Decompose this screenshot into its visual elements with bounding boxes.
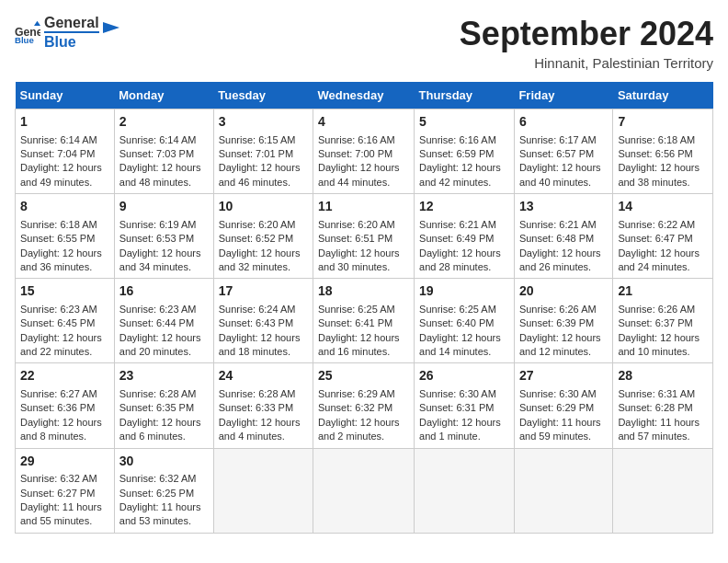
day-number: 3 (219, 113, 308, 132)
sunset-label: Sunset: 6:56 PM (618, 148, 692, 159)
daylight-label: Daylight: 12 hours and 42 minutes. (419, 162, 501, 187)
sunrise-label: Sunrise: 6:20 AM (318, 219, 395, 230)
sunrise-label: Sunrise: 6:26 AM (618, 304, 695, 315)
sunrise-label: Sunrise: 6:32 AM (20, 473, 97, 484)
sunrise-label: Sunrise: 6:14 AM (119, 134, 197, 145)
calendar-cell: 2 Sunrise: 6:14 AM Sunset: 7:03 PM Dayli… (114, 109, 213, 194)
sunrise-label: Sunrise: 6:17 AM (519, 134, 597, 145)
day-number: 11 (318, 198, 409, 216)
week-row-4: 22 Sunrise: 6:27 AM Sunset: 6:36 PM Dayl… (16, 363, 713, 448)
calendar-cell: 5 Sunrise: 6:16 AM Sunset: 6:59 PM Dayli… (415, 109, 515, 194)
sunrise-label: Sunrise: 6:14 AM (20, 134, 97, 145)
calendar-cell: 22 Sunrise: 6:27 AM Sunset: 6:36 PM Dayl… (16, 363, 115, 448)
day-number: 5 (419, 113, 509, 132)
daylight-label: Daylight: 11 hours and 55 minutes. (20, 501, 102, 526)
calendar-cell: 8 Sunrise: 6:18 AM Sunset: 6:55 PM Dayli… (16, 194, 115, 279)
logo-flag-icon (103, 22, 119, 42)
title-area: September 2024 Hinnanit, Palestinian Ter… (460, 15, 713, 71)
col-tuesday: Tuesday (213, 82, 313, 109)
calendar-cell (514, 448, 612, 533)
daylight-label: Daylight: 12 hours and 16 minutes. (318, 332, 400, 357)
calendar-cell: 6 Sunrise: 6:17 AM Sunset: 6:57 PM Dayli… (514, 109, 612, 194)
daylight-label: Daylight: 12 hours and 2 minutes. (318, 417, 400, 442)
col-friday: Friday (514, 82, 612, 109)
day-number: 26 (419, 367, 509, 385)
sunrise-label: Sunrise: 6:24 AM (219, 304, 296, 315)
calendar-cell (613, 448, 713, 533)
day-number: 19 (419, 282, 509, 301)
day-number: 7 (618, 113, 708, 132)
week-row-2: 8 Sunrise: 6:18 AM Sunset: 6:55 PM Dayli… (16, 194, 713, 279)
calendar-cell: 13 Sunrise: 6:21 AM Sunset: 6:48 PM Dayl… (514, 194, 612, 279)
week-row-1: 1 Sunrise: 6:14 AM Sunset: 7:04 PM Dayli… (16, 109, 713, 194)
sunset-label: Sunset: 6:35 PM (119, 402, 194, 413)
calendar-cell (213, 448, 313, 533)
day-number: 13 (519, 198, 608, 216)
day-number: 9 (119, 198, 209, 216)
sunset-label: Sunset: 7:03 PM (119, 148, 194, 159)
sunrise-label: Sunrise: 6:16 AM (318, 134, 395, 145)
sunset-label: Sunset: 6:41 PM (318, 317, 392, 328)
sunset-label: Sunset: 6:29 PM (519, 402, 594, 413)
sunset-label: Sunset: 6:27 PM (20, 488, 95, 499)
sunset-label: Sunset: 6:43 PM (219, 317, 293, 328)
calendar-cell: 17 Sunrise: 6:24 AM Sunset: 6:43 PM Dayl… (213, 279, 313, 363)
sunset-label: Sunset: 6:53 PM (119, 233, 194, 244)
sunset-label: Sunset: 6:47 PM (618, 233, 692, 244)
sunset-label: Sunset: 7:00 PM (318, 148, 392, 159)
sunset-label: Sunset: 6:51 PM (318, 233, 392, 244)
calendar-cell: 26 Sunrise: 6:30 AM Sunset: 6:31 PM Dayl… (415, 363, 515, 448)
sunrise-label: Sunrise: 6:19 AM (119, 219, 197, 230)
calendar-cell: 29 Sunrise: 6:32 AM Sunset: 6:27 PM Dayl… (16, 448, 115, 533)
daylight-label: Daylight: 11 hours and 59 minutes. (519, 417, 601, 442)
sunrise-label: Sunrise: 6:28 AM (219, 388, 296, 399)
calendar-cell: 1 Sunrise: 6:14 AM Sunset: 7:04 PM Dayli… (16, 109, 115, 194)
day-number: 23 (119, 367, 209, 385)
sunrise-label: Sunrise: 6:29 AM (318, 388, 395, 399)
col-sunday: Sunday (16, 82, 115, 109)
daylight-label: Daylight: 12 hours and 44 minutes. (318, 162, 400, 187)
sunrise-label: Sunrise: 6:30 AM (419, 388, 496, 399)
day-number: 4 (318, 113, 409, 132)
day-number: 2 (119, 113, 209, 132)
sunrise-label: Sunrise: 6:27 AM (20, 388, 97, 399)
sunset-label: Sunset: 6:39 PM (519, 317, 594, 328)
calendar-cell: 27 Sunrise: 6:30 AM Sunset: 6:29 PM Dayl… (514, 363, 612, 448)
sunset-label: Sunset: 7:01 PM (219, 148, 293, 159)
header: General Blue General Blue September 2024… (15, 15, 713, 71)
sunrise-label: Sunrise: 6:21 AM (519, 219, 597, 230)
month-title: September 2024 (460, 15, 713, 53)
daylight-label: Daylight: 12 hours and 18 minutes. (219, 332, 301, 357)
day-number: 21 (618, 282, 708, 301)
sunrise-label: Sunrise: 6:20 AM (219, 219, 296, 230)
daylight-label: Daylight: 12 hours and 40 minutes. (519, 162, 601, 187)
daylight-label: Daylight: 12 hours and 30 minutes. (318, 247, 400, 272)
sunset-label: Sunset: 6:37 PM (618, 317, 692, 328)
sunset-label: Sunset: 6:25 PM (119, 488, 194, 499)
calendar-cell: 7 Sunrise: 6:18 AM Sunset: 6:56 PM Dayli… (613, 109, 713, 194)
sunset-label: Sunset: 6:36 PM (20, 402, 95, 413)
calendar-cell: 20 Sunrise: 6:26 AM Sunset: 6:39 PM Dayl… (514, 279, 612, 363)
sunset-label: Sunset: 6:32 PM (318, 402, 392, 413)
sunrise-label: Sunrise: 6:23 AM (20, 304, 97, 315)
col-thursday: Thursday (415, 82, 515, 109)
logo-icon: General Blue (15, 19, 40, 45)
daylight-label: Daylight: 12 hours and 34 minutes. (119, 247, 201, 272)
day-number: 10 (219, 198, 308, 216)
svg-marker-2 (34, 21, 40, 26)
logo-blue: Blue (44, 31, 99, 51)
sunrise-label: Sunrise: 6:15 AM (219, 134, 296, 145)
calendar-cell: 25 Sunrise: 6:29 AM Sunset: 6:32 PM Dayl… (313, 363, 414, 448)
sunset-label: Sunset: 6:55 PM (20, 233, 95, 244)
daylight-label: Daylight: 12 hours and 26 minutes. (519, 247, 601, 272)
daylight-label: Daylight: 12 hours and 1 minute. (419, 417, 501, 442)
svg-marker-3 (103, 22, 119, 33)
col-wednesday: Wednesday (313, 82, 414, 109)
day-number: 18 (318, 282, 409, 301)
calendar-cell (313, 448, 414, 533)
daylight-label: Daylight: 12 hours and 6 minutes. (119, 417, 201, 442)
day-number: 14 (618, 198, 708, 216)
week-row-3: 15 Sunrise: 6:23 AM Sunset: 6:45 PM Dayl… (16, 279, 713, 363)
sunrise-label: Sunrise: 6:18 AM (20, 219, 97, 230)
day-number: 29 (20, 453, 109, 471)
